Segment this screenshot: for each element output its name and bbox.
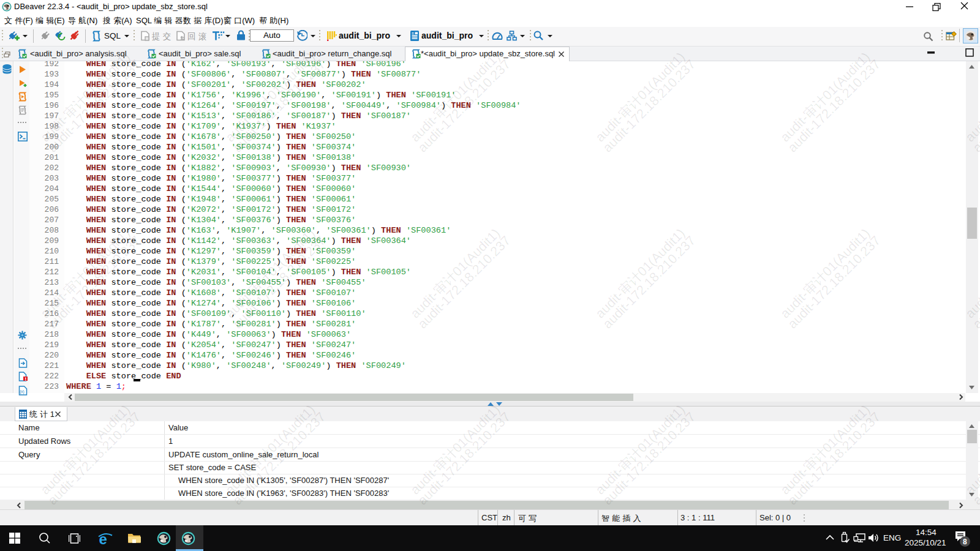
svg-text:(x): (x) [20, 389, 24, 394]
svg-text:e: e [99, 531, 107, 547]
